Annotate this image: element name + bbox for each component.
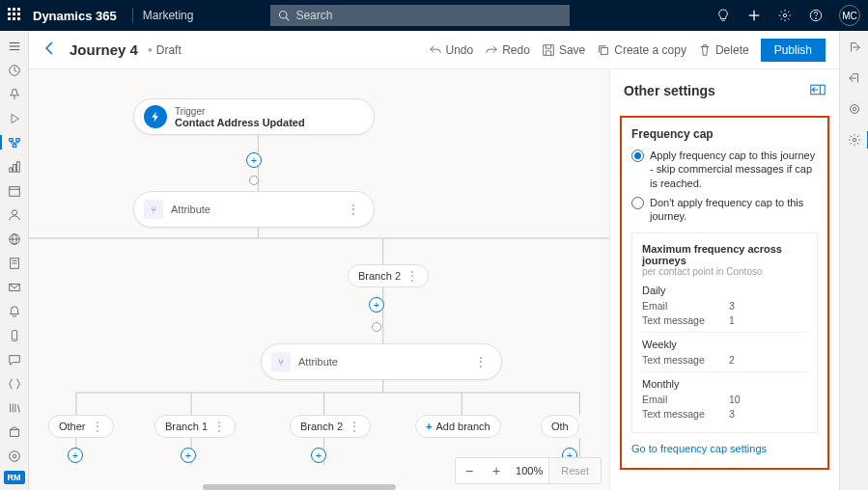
frequency-summary: Maximum frequency across journeys per co… <box>631 232 818 433</box>
other-pill[interactable]: Oth <box>541 415 579 438</box>
page-title: Journey 4 <box>70 41 138 58</box>
svg-rect-13 <box>9 138 13 141</box>
attribute-node[interactable]: ⑂ Attribute ⋮ <box>133 191 375 228</box>
play-icon[interactable] <box>4 109 25 127</box>
status-badge: Draft <box>156 43 182 57</box>
svg-rect-15 <box>13 144 16 147</box>
mail-icon[interactable] <box>4 278 25 296</box>
horizontal-scrollbar[interactable] <box>203 484 396 490</box>
calendar-icon[interactable] <box>4 181 25 200</box>
svg-rect-19 <box>9 186 19 196</box>
pin-icon[interactable] <box>4 85 25 103</box>
left-nav-rail: RM <box>0 31 29 490</box>
menu-icon[interactable] <box>4 37 25 55</box>
pill-more-icon[interactable]: ⋮ <box>349 420 360 433</box>
globe-icon[interactable] <box>4 230 25 248</box>
search-input[interactable]: Search <box>270 5 570 26</box>
target-icon[interactable] <box>844 98 865 120</box>
add-step-button[interactable]: + <box>246 152 262 168</box>
node-more-icon[interactable]: ⋮ <box>343 202 364 217</box>
panel-gear-icon[interactable] <box>844 129 865 150</box>
add-step-button[interactable]: + <box>68 448 83 463</box>
app-launcher-icon[interactable] <box>8 8 23 23</box>
svg-point-38 <box>850 105 858 114</box>
branch-pill[interactable]: Branch 1⋮ <box>154 415 236 438</box>
pill-more-icon[interactable]: ⋮ <box>92 420 103 433</box>
section-title: Frequency cap <box>631 127 818 141</box>
pill-more-icon[interactable]: ⋮ <box>213 420 225 433</box>
svg-marker-12 <box>12 114 19 122</box>
svg-rect-17 <box>13 164 15 172</box>
status-dot-icon: ● <box>148 45 153 54</box>
add-step-button[interactable]: + <box>311 448 326 463</box>
lightbulb-icon[interactable] <box>715 8 731 23</box>
svg-point-36 <box>13 454 16 458</box>
area-switcher[interactable]: RM <box>4 471 25 484</box>
bell-icon[interactable] <box>4 302 25 320</box>
svg-point-21 <box>12 209 16 214</box>
attribute-node[interactable]: ⑂ Attribute ⋮ <box>261 343 502 380</box>
zoom-reset-button[interactable]: Reset <box>548 458 601 483</box>
pill-more-icon[interactable]: ⋮ <box>406 269 418 283</box>
gear-icon[interactable] <box>777 8 793 23</box>
add-step-button[interactable]: + <box>369 297 384 313</box>
svg-point-7 <box>816 18 817 19</box>
svg-point-40 <box>853 138 856 142</box>
branch-icon: ⑂ <box>144 200 163 219</box>
other-pill[interactable]: Other⋮ <box>48 415 114 438</box>
expand-out-icon[interactable] <box>844 68 865 89</box>
zoom-out-button[interactable]: − <box>456 457 483 484</box>
journey-canvas[interactable]: Trigger Contact Address Updated + ⑂ Attr… <box>29 69 609 490</box>
svg-point-5 <box>783 14 787 17</box>
plus-icon[interactable] <box>746 8 762 23</box>
svg-point-39 <box>853 107 856 111</box>
undo-button[interactable]: Undo <box>429 43 474 57</box>
recent-icon[interactable] <box>4 61 25 79</box>
trigger-node[interactable]: Trigger Contact Address Updated <box>133 98 375 135</box>
frequency-settings-link[interactable]: Go to frequency cap settings <box>631 443 818 454</box>
branch-pill[interactable]: Branch 2⋮ <box>290 415 371 438</box>
panel-expand-icon[interactable] <box>810 84 826 98</box>
svg-line-34 <box>17 404 19 412</box>
add-step-button[interactable]: + <box>181 448 196 463</box>
journey-icon[interactable] <box>4 133 25 151</box>
back-button[interactable] <box>42 41 58 59</box>
node-more-icon[interactable]: ⋮ <box>470 354 491 369</box>
panel-title: Other settings <box>624 83 810 98</box>
brand-label: Dynamics 365 <box>33 9 117 23</box>
zoom-in-button[interactable]: + <box>483 457 510 484</box>
svg-point-0 <box>280 12 288 19</box>
divider <box>132 8 133 23</box>
svg-rect-14 <box>15 138 19 141</box>
frequency-cap-section: Frequency cap Apply frequency cap to thi… <box>620 116 829 470</box>
bolt-icon <box>144 105 167 128</box>
more-apps-icon[interactable] <box>4 374 25 393</box>
branch-icon: ⑂ <box>271 352 291 371</box>
radio-apply-cap[interactable]: Apply frequency cap to this journey - sk… <box>631 149 818 190</box>
box-icon[interactable] <box>4 422 25 441</box>
svg-rect-16 <box>9 167 12 171</box>
avatar[interactable]: MC <box>839 5 860 26</box>
form-icon[interactable] <box>4 254 25 272</box>
branch-pill[interactable]: Branch 2⋮ <box>348 264 429 287</box>
zoom-value: 100% <box>510 465 548 476</box>
app-name: Marketing <box>143 9 194 22</box>
publish-button[interactable]: Publish <box>761 39 826 62</box>
expand-in-icon[interactable] <box>844 37 865 58</box>
help-icon[interactable] <box>808 8 824 23</box>
chat-icon[interactable] <box>4 350 25 368</box>
redo-button[interactable]: Redo <box>485 43 530 57</box>
zoom-control: − + 100% Reset <box>455 457 602 484</box>
mobile-icon[interactable] <box>4 326 25 344</box>
save-button[interactable]: Save <box>542 43 585 57</box>
svg-point-37 <box>9 451 19 462</box>
create-copy-button[interactable]: Create a copy <box>597 43 686 57</box>
delete-button[interactable]: Delete <box>698 43 749 57</box>
person-icon[interactable] <box>4 205 25 224</box>
settings-nav-icon[interactable] <box>4 447 25 465</box>
add-branch-button[interactable]: +Add branch <box>415 415 501 438</box>
radio-dont-apply-cap[interactable]: Don't apply frequency cap to this journe… <box>631 196 818 224</box>
library-icon[interactable] <box>4 398 25 417</box>
connector-dot <box>372 322 381 332</box>
analytics-icon[interactable] <box>4 157 25 176</box>
